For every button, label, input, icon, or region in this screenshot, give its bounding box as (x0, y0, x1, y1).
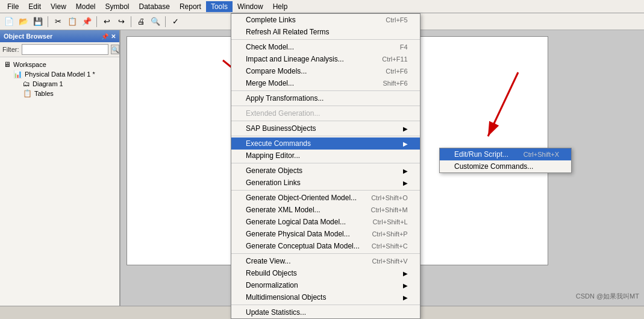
tools-menu-sep-17 (231, 253, 420, 254)
tools-menu-item-label-10: Mapping Editor... (246, 151, 300, 160)
menu-file[interactable]: File (2, 1, 23, 12)
tools-menu-item-11[interactable]: Generate Objects▶ (231, 165, 420, 177)
tools-menu-item-19[interactable]: Rebuild Objects▶ (231, 267, 420, 279)
execute-submenu[interactable]: Edit/Run Script...Ctrl+Shift+XCustomize … (439, 148, 572, 173)
tools-menu-item-label-3: Impact and Lineage Analysis... (246, 55, 344, 63)
tools-menu-item-label-8: SAP BusinessObjects (246, 124, 316, 133)
menu-database[interactable]: Database (134, 1, 175, 12)
toolbar-copy[interactable]: 📋 (66, 15, 79, 28)
toolbar-preview[interactable]: 🔍 (149, 15, 162, 28)
tools-menu-item-12[interactable]: Generation Links▶ (231, 177, 420, 189)
tools-menu-item-0[interactable]: Complete LinksCtrl+F5 (231, 14, 420, 26)
tools-menu-item-label-12: Generation Links (246, 178, 301, 187)
tools-menu-item-right-17: Ctrl+Shift+C (372, 242, 408, 250)
tools-menu-item-label-14: Generate XML Model... (246, 206, 320, 214)
toolbar-paste[interactable]: 📌 (80, 15, 93, 28)
filter-bar: Filter: 🔍 ✕ (0, 42, 119, 57)
tools-menu-item-1[interactable]: Refresh All Related Terms (231, 26, 420, 38)
tools-menu-item-13[interactable]: Generate Object-Oriented Model...Ctrl+Sh… (231, 192, 420, 204)
toolbar-check[interactable]: ✓ (169, 15, 182, 28)
tools-menu-item-right-14: Ctrl+Shift+M (371, 206, 408, 213)
tools-menu-item-right-11: ▶ (403, 168, 408, 174)
tools-menu-item-16[interactable]: Generate Physical Data Model...Ctrl+Shif… (231, 228, 420, 240)
tools-menu-item-21[interactable]: Multidimensional Objects▶ (231, 291, 420, 303)
tools-menu-item-label-0: Complete Links (246, 16, 296, 24)
menu-edit[interactable]: Edit (23, 1, 46, 12)
tools-menu-item-right-19: ▶ (403, 270, 408, 277)
tools-menu-item-label-20: Denormalization (246, 281, 298, 289)
tools-menu-item-right-16: Ctrl+Shift+P (372, 230, 407, 238)
tree-area: 🖥 Workspace 📊 Physical Data Model 1 * 🗂 … (0, 57, 119, 306)
tools-menu-item-label-17: Generate Conceptual Data Model... (246, 242, 360, 250)
tools-menu-item-20[interactable]: Denormalization▶ (231, 279, 420, 291)
panel-pin-icon[interactable]: 📌 (101, 33, 108, 40)
menu-symbol[interactable]: Symbol (101, 1, 134, 12)
tools-menu-item-label-16: Generate Physical Data Model... (246, 230, 350, 238)
tree-item-model[interactable]: 📊 Physical Data Model 1 * (12, 69, 117, 79)
exec-submenu-item-1[interactable]: Customize Commands... (440, 160, 571, 172)
tools-menu-sep-5 (231, 90, 420, 91)
toolbar-print[interactable]: 🖨 (134, 15, 148, 28)
tools-menu-item-right-15: Ctrl+Shift+L (373, 218, 408, 226)
model-icon: 📊 (13, 70, 22, 78)
tools-menu-item-14[interactable]: Generate XML Model...Ctrl+Shift+M (231, 204, 420, 216)
toolbar-cut[interactable]: ✂ (51, 15, 64, 28)
tools-menu-item-18[interactable]: Create View...Ctrl+Shift+V (231, 255, 420, 267)
tools-menu-item-label-6: Apply Transformations... (246, 94, 324, 103)
tools-menu-item-label-21: Multidimensional Objects (246, 293, 326, 302)
panel-title: Object Browser (4, 33, 52, 40)
tools-menu-item-label-18: Create View... (246, 257, 290, 265)
tools-menu-item-right-0: Ctrl+F5 (386, 16, 407, 24)
tools-menu-item-label-9: Execute Commands (246, 139, 311, 148)
tools-menu-sep-21 (231, 305, 420, 305)
exec-submenu-item-right-0: Ctrl+Shift+X (524, 151, 559, 158)
tree-label-workspace: Workspace (13, 61, 46, 68)
tree-item-diagram[interactable]: 🗂 Diagram 1 (22, 79, 117, 89)
tools-menu-item-9[interactable]: Execute Commands▶ (231, 137, 420, 150)
toolbar-redo[interactable]: ↪ (114, 15, 128, 28)
panel-title-bar: Object Browser 📌 ✕ (0, 30, 119, 42)
tools-menu-item-4[interactable]: Compare Models...Ctrl+F6 (231, 65, 420, 77)
tools-menu-item-label-4: Compare Models... (246, 67, 307, 75)
tree-item-tables[interactable]: 📋 Tables (22, 89, 117, 98)
tools-menu-item-right-3: Ctrl+F11 (382, 55, 408, 63)
tools-dropdown[interactable]: Complete LinksCtrl+F5Refresh All Related… (231, 13, 420, 319)
tree-label-model: Physical Data Model 1 * (25, 71, 95, 78)
tools-menu-item-5[interactable]: Merge Model...Shift+F6 (231, 77, 420, 89)
tools-menu-item-6[interactable]: Apply Transformations... (231, 92, 420, 104)
panel-close-icon[interactable]: ✕ (111, 33, 116, 40)
tree-children-workspace: 📊 Physical Data Model 1 * 🗂 Diagram 1 📋 … (2, 69, 117, 98)
toolbar-undo[interactable]: ↩ (100, 15, 113, 28)
tools-menu-item-8[interactable]: SAP BusinessObjects▶ (231, 122, 420, 134)
menu-tools[interactable]: Tools (206, 1, 233, 12)
tools-menu-item-right-18: Ctrl+Shift+V (372, 257, 407, 265)
exec-submenu-item-label-0: Edit/Run Script... (454, 150, 508, 159)
toolbar-sep-2 (96, 16, 97, 27)
menu-help[interactable]: Help (268, 1, 293, 12)
tools-menu-item-label-19: Rebuild Objects (246, 269, 297, 277)
menu-view[interactable]: View (46, 1, 71, 12)
tools-menu-sep-6 (231, 106, 420, 106)
exec-submenu-item-0[interactable]: Edit/Run Script...Ctrl+Shift+X (440, 148, 571, 160)
panel-title-icons: 📌 ✕ (101, 33, 116, 40)
tools-menu-item-right-9: ▶ (403, 141, 408, 147)
tools-menu-item-2[interactable]: Check Model...F4 (231, 41, 420, 53)
filter-input[interactable] (22, 44, 108, 55)
menu-report[interactable]: Report (175, 1, 206, 12)
filter-label: Filter: (2, 46, 19, 53)
toolbar-new[interactable]: 📄 (2, 15, 16, 28)
toolbar-save[interactable]: 💾 (31, 15, 45, 28)
tools-menu-item-label-22: Update Statistics... (246, 308, 306, 317)
tools-menu-item-10[interactable]: Mapping Editor... (231, 150, 420, 162)
filter-search-btn[interactable]: 🔍 (111, 45, 119, 54)
tools-menu-item-17[interactable]: Generate Conceptual Data Model...Ctrl+Sh… (231, 240, 420, 252)
tools-menu-item-right-8: ▶ (403, 125, 408, 132)
tree-item-workspace[interactable]: 🖥 Workspace (2, 60, 117, 69)
tools-menu-item-3[interactable]: Impact and Lineage Analysis...Ctrl+F11 (231, 53, 420, 65)
toolbar-open[interactable]: 📂 (17, 15, 30, 28)
menu-window[interactable]: Window (233, 1, 268, 12)
tools-menu-item-label-1: Refresh All Related Terms (246, 28, 330, 36)
menu-model[interactable]: Model (71, 1, 101, 12)
tools-menu-item-15[interactable]: Generate Logical Data Model...Ctrl+Shift… (231, 216, 420, 228)
tools-menu-item-22[interactable]: Update Statistics... (231, 306, 420, 318)
